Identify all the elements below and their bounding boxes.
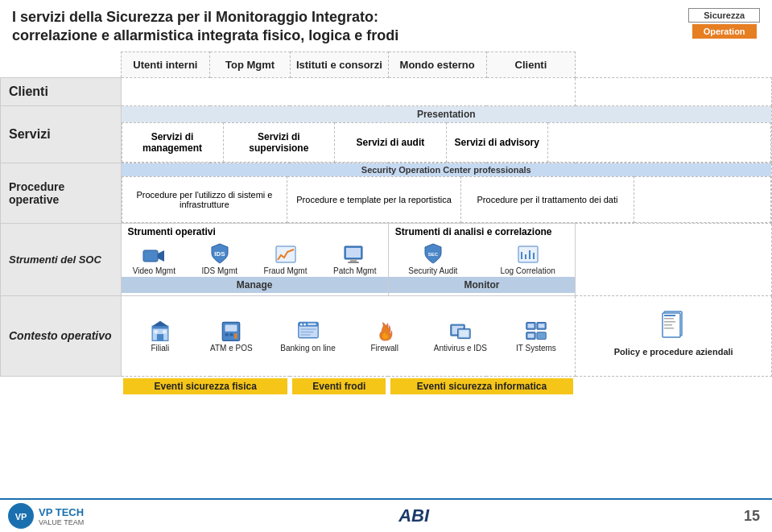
event-fisica-banner: Eventi sicurezza fisica bbox=[123, 378, 287, 394]
contesto-icons: Filiali ATM e POS bbox=[123, 316, 574, 356]
contesto-filiali: Filiali bbox=[138, 320, 182, 353]
event-fisica: Eventi sicurezza fisica bbox=[121, 376, 290, 396]
label-procedure: Procedure operative bbox=[1, 163, 122, 223]
footer-logo: VP VP TECH VALUE TEAM bbox=[8, 503, 84, 529]
svg-rect-32 bbox=[300, 334, 310, 335]
event-banners-row: Eventi sicurezza fisica Eventi frodi Eve… bbox=[1, 376, 772, 396]
camera-icon bbox=[142, 247, 166, 265]
svg-rect-17 bbox=[154, 330, 157, 333]
svg-rect-30 bbox=[300, 328, 316, 329]
vp-tech-logo-svg: VP bbox=[8, 503, 34, 529]
company-subtext: VALUE TEAM bbox=[39, 518, 84, 526]
strumenti-icons-right: SEC Security Audit Log Correlation bbox=[389, 239, 576, 277]
policy-label: Policy e procedure aziendali bbox=[610, 342, 737, 361]
svg-rect-47 bbox=[664, 318, 674, 320]
servizi-supervisione: Servizi di supervisione bbox=[223, 122, 335, 162]
label-contesto: Contesto operativo bbox=[1, 295, 122, 376]
itsystems-icon bbox=[525, 320, 547, 342]
servizi-row: Servizi Presentation Servizi di manageme… bbox=[1, 105, 772, 163]
presentation-banner: Presentation bbox=[122, 106, 772, 122]
strumenti-video-mgmt: Video Mgmt bbox=[133, 247, 175, 275]
strumenti-fraud-mgmt: Fraud Mgmt bbox=[264, 245, 308, 275]
svg-text:VP: VP bbox=[15, 512, 27, 522]
svg-rect-18 bbox=[163, 330, 166, 333]
svg-rect-22 bbox=[225, 333, 229, 336]
event-frodi: Eventi frodi bbox=[290, 376, 388, 396]
label-strumenti: Strumenti del SOC bbox=[1, 223, 122, 295]
strumenti-row: Strumenti del SOC Strumenti operativi Vi… bbox=[1, 223, 772, 295]
servizi-audit: Servizi di audit bbox=[335, 122, 447, 162]
svg-rect-42 bbox=[527, 333, 534, 337]
contesto-row: Contesto operativo Filiali bbox=[1, 295, 772, 376]
procedure-row: Procedure operative Security Operation C… bbox=[1, 163, 772, 223]
procedure-utilizzo: Procedure per l'utilizzo di sistemi e in… bbox=[122, 176, 287, 222]
svg-rect-24 bbox=[234, 333, 237, 339]
strumenti-operativi-header: Strumenti operativi bbox=[122, 224, 388, 239]
svg-rect-6 bbox=[348, 262, 359, 263]
servizi-management: Servizi di management bbox=[122, 122, 223, 162]
col-header-row: Utenti interni Top Mgmt Istituti e conso… bbox=[1, 52, 772, 77]
footer-page: 15 bbox=[744, 508, 760, 525]
event-informatica: Eventi sicurezza informatica bbox=[388, 376, 576, 396]
atm-icon bbox=[220, 320, 242, 342]
svg-marker-1 bbox=[158, 250, 164, 262]
event-informatica-banner: Eventi sicurezza informatica bbox=[390, 378, 573, 394]
svg-text:IDS: IDS bbox=[214, 250, 225, 258]
soc-banner: Security Operation Center professionals bbox=[122, 163, 772, 176]
building-icon bbox=[149, 320, 171, 342]
servizi-advisory: Servizi di advisory bbox=[446, 122, 547, 162]
badge-container: Sicurezza Operation bbox=[688, 8, 760, 39]
col-header-istituti: Istituti e consorzi bbox=[290, 52, 388, 77]
badge-sicurezza: Sicurezza bbox=[688, 8, 760, 23]
procedure-trattamento: Procedure per il trattamento dei dati bbox=[460, 176, 634, 222]
security-audit-icon: SEC bbox=[423, 242, 443, 265]
footer: VP VP TECH VALUE TEAM ABI 15 bbox=[0, 498, 772, 532]
svg-rect-31 bbox=[300, 332, 313, 332]
svg-marker-19 bbox=[152, 320, 168, 326]
contesto-antivirus: Antivirus e IDS bbox=[434, 320, 487, 353]
policy-cell: Policy e procedure aziendali bbox=[576, 295, 772, 376]
svg-rect-16 bbox=[152, 326, 168, 328]
svg-text:SEC: SEC bbox=[428, 252, 439, 257]
firewall-icon bbox=[375, 320, 394, 342]
svg-point-27 bbox=[299, 324, 302, 326]
svg-rect-38 bbox=[527, 324, 534, 328]
strumenti-security-audit: SEC Security Audit bbox=[408, 242, 457, 275]
strumenti-patch-mgmt: Patch Mgmt bbox=[333, 245, 376, 275]
contesto-itsystems: IT Systems bbox=[514, 320, 558, 353]
svg-rect-40 bbox=[539, 324, 545, 328]
monitor-banner: Monitor bbox=[389, 277, 576, 293]
contesto-content: Filiali ATM e POS bbox=[121, 295, 576, 376]
clienti-right bbox=[576, 77, 772, 105]
procedure-template: Procedure e template per la reportistica bbox=[287, 176, 460, 222]
logo-icon: VP bbox=[8, 503, 34, 529]
svg-rect-36 bbox=[459, 330, 469, 337]
clienti-content bbox=[121, 77, 576, 105]
col-header-top-mgmt: Top Mgmt bbox=[210, 52, 291, 77]
page-title: I servizi della Sicurezza per il Monitor… bbox=[12, 8, 680, 46]
antivirus-icon bbox=[449, 320, 472, 342]
svg-rect-29 bbox=[308, 323, 316, 325]
svg-rect-15 bbox=[157, 334, 163, 340]
svg-rect-50 bbox=[664, 328, 674, 329]
log-icon bbox=[518, 245, 539, 265]
procedure-content: Security Operation Center professionals … bbox=[121, 163, 772, 223]
svg-rect-21 bbox=[225, 324, 237, 331]
strumenti-left: Strumenti operativi Video Mgmt IDS bbox=[121, 223, 388, 295]
badge-operation: Operation bbox=[692, 24, 757, 39]
col-header-utenti: Utenti interni bbox=[121, 52, 210, 77]
svg-rect-0 bbox=[143, 250, 158, 262]
label-servizi: Servizi bbox=[1, 105, 122, 163]
policy-icon bbox=[661, 310, 687, 339]
svg-rect-23 bbox=[230, 333, 233, 336]
strumenti-empty bbox=[576, 223, 772, 295]
strumenti-icons-left: Video Mgmt IDS IDS Mgmt Fraud M bbox=[122, 239, 388, 277]
strumenti-right: Strumenti di analisi e correlazione SEC … bbox=[388, 223, 576, 295]
event-frodi-banner: Eventi frodi bbox=[292, 378, 386, 394]
chart-icon bbox=[275, 245, 296, 265]
contesto-atm: ATM e POS bbox=[209, 320, 254, 353]
page-header: I servizi della Sicurezza per il Monitor… bbox=[0, 0, 772, 50]
col-header-clienti: Clienti bbox=[486, 52, 576, 77]
company-name: VP TECH bbox=[39, 506, 84, 518]
footer-abi: ABI bbox=[398, 505, 429, 526]
